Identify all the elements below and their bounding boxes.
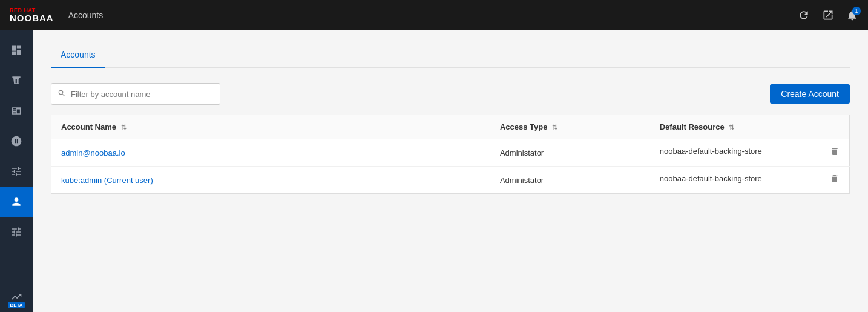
account-name-cell[interactable]: admin@noobaa.io — [51, 139, 490, 167]
account-name-cell[interactable]: kube:admin (Current user) — [51, 167, 490, 194]
beta-icon — [10, 291, 22, 303]
access-type-cell: Administator — [490, 167, 650, 194]
sidebar-item-beta[interactable]: BETA — [0, 282, 33, 312]
table-body: admin@noobaa.ioAdministatornoobaa-defaul… — [51, 139, 850, 194]
sidebar-item-dashboard[interactable] — [0, 35, 33, 65]
sidebar: BETA — [0, 30, 33, 312]
sidebar-item-resources-b[interactable] — [0, 156, 33, 187]
sort-icon-resource: ⇅ — [729, 124, 734, 131]
tabs: Accounts — [51, 42, 850, 68]
resources-a-icon — [10, 135, 22, 147]
table-row: admin@noobaa.ioAdministatornoobaa-defaul… — [51, 139, 850, 167]
brand-logo: RED HAT NOOBAA — [10, 8, 54, 22]
access-type-cell: Administator — [490, 139, 650, 167]
resources-b-icon — [10, 165, 22, 178]
table-row: kube:admin (Current user)Administatornoo… — [51, 167, 850, 194]
search-input[interactable] — [71, 90, 214, 99]
refresh-svg — [798, 9, 810, 21]
sidebar-item-settings[interactable] — [0, 217, 33, 247]
top-nav: RED HAT NOOBAA Accounts 1 — [0, 0, 868, 30]
bell-badge: 1 — [852, 7, 861, 15]
nav-left: RED HAT NOOBAA Accounts — [10, 8, 103, 22]
delete-account-icon[interactable] — [830, 147, 840, 159]
nav-right: 1 — [798, 9, 858, 21]
sidebar-item-buckets[interactable] — [0, 65, 33, 96]
sort-icon-access: ⇅ — [552, 124, 557, 131]
namespaces-icon — [10, 105, 22, 117]
dashboard-icon — [10, 44, 22, 56]
search-icon — [58, 89, 66, 99]
default-resource-cell: noobaa-default-backing-store — [650, 139, 850, 167]
external-link-icon[interactable] — [822, 9, 834, 21]
sidebar-item-resources-a[interactable] — [0, 126, 33, 156]
content-area: Accounts Create Account — [33, 30, 868, 312]
delete-account-icon[interactable] — [830, 174, 840, 186]
settings-icon — [10, 226, 22, 238]
sidebar-item-accounts[interactable] — [0, 187, 33, 217]
default-resource-cell: noobaa-default-backing-store — [650, 167, 850, 194]
buckets-icon — [10, 75, 22, 87]
brand-noobaa-text: NOOBAA — [10, 13, 54, 22]
main-layout: BETA Accounts Create Account — [0, 30, 868, 312]
sidebar-item-namespaces[interactable] — [0, 96, 33, 126]
tab-accounts[interactable]: Accounts — [51, 42, 105, 68]
beta-badge-label: BETA — [8, 302, 24, 308]
content-inner: Accounts Create Account — [33, 30, 868, 206]
search-svg — [58, 89, 66, 98]
table-header-row: Account Name ⇅ Access Type ⇅ Default Res… — [51, 115, 850, 139]
accounts-icon — [10, 196, 22, 208]
table-header: Account Name ⇅ Access Type ⇅ Default Res… — [51, 115, 850, 139]
refresh-icon[interactable] — [798, 9, 810, 21]
external-link-svg — [822, 9, 834, 21]
create-account-button[interactable]: Create Account — [770, 84, 850, 104]
col-default-resource[interactable]: Default Resource ⇅ — [650, 115, 850, 139]
brand: RED HAT NOOBAA — [10, 8, 54, 22]
accounts-table: Account Name ⇅ Access Type ⇅ Default Res… — [51, 115, 850, 194]
col-account-name[interactable]: Account Name ⇅ — [51, 115, 490, 139]
col-access-type[interactable]: Access Type ⇅ — [490, 115, 650, 139]
sort-icon-name: ⇅ — [121, 124, 127, 131]
toolbar: Create Account — [51, 83, 850, 105]
nav-page-title: Accounts — [68, 10, 104, 20]
search-box[interactable] — [51, 83, 220, 105]
bell-icon[interactable]: 1 — [846, 9, 858, 21]
